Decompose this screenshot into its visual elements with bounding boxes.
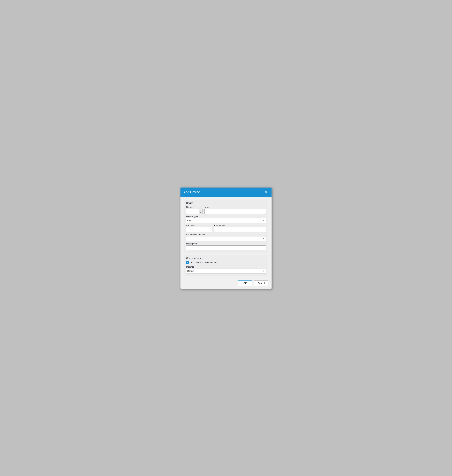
address-field-group: Address [186,224,212,232]
cancel-button[interactable]: Cancel [254,280,268,286]
communicator-group: Communicator ✓ Add device to Communicato… [184,255,268,276]
instance-field-group: Instance Default ∨ [186,266,266,274]
spin-down-icon: ▼ [200,212,201,213]
comm-line-label: Communication line [186,233,266,236]
device-type-label: Device Type [186,215,266,218]
address-label: Address [186,224,212,227]
device-type-field-group: Device Type OPC Modbus DNP3 IEC 61850 ∨ [186,215,266,223]
description-label: Description [186,242,266,245]
spin-down-button[interactable]: ▼ [199,211,202,214]
name-field-group: Name [205,206,266,214]
dialog-title: Add Device [183,190,200,194]
description-input[interactable] [186,245,266,250]
title-bar: Add Device ✕ [180,188,272,197]
device-group: Device Number 2 ▲ ▼ [184,200,268,253]
instance-select[interactable]: Default [186,268,266,274]
number-label: Number [186,206,202,209]
description-field-group: Description [186,242,266,250]
address-input[interactable] [186,227,212,232]
device-group-label: Device [186,202,266,204]
number-input-wrap: 2 ▲ ▼ [186,209,202,214]
spin-up-icon: ▲ [200,209,201,211]
communicator-group-label: Communicator [186,257,266,260]
checkmark-icon: ✓ [187,261,188,263]
spin-buttons: ▲ ▼ [199,209,202,214]
number-name-row: Number 2 ▲ ▼ Name [186,206,266,214]
call-number-field-group: Call number [214,224,266,232]
name-label: Name [205,206,266,209]
address-callnumber-row: Address Call number [186,224,266,232]
spin-up-button[interactable]: ▲ [199,209,202,211]
device-type-select[interactable]: OPC Modbus DNP3 IEC 61850 [186,218,266,223]
add-to-communicator-row: ✓ Add device to Communicator [186,261,266,264]
instance-select-wrap: Default ∨ [186,268,266,274]
device-type-select-wrap: OPC Modbus DNP3 IEC 61850 ∨ [186,218,266,223]
call-number-input[interactable] [214,227,266,232]
number-field-group: Number 2 ▲ ▼ [186,206,202,214]
dialog-body: Device Number 2 ▲ ▼ [180,197,272,279]
comm-line-select[interactable] [186,236,266,241]
number-input[interactable]: 2 [186,209,199,214]
add-to-communicator-checkbox[interactable]: ✓ [186,261,189,264]
close-button[interactable]: ✕ [263,190,269,195]
add-to-communicator-label: Add device to Communicator [190,261,218,264]
comm-line-field-group: Communication line ∨ [186,233,266,241]
call-number-label: Call number [214,224,266,227]
ok-button[interactable]: OK [238,280,252,286]
dialog-footer: OK Cancel [180,279,272,289]
name-input[interactable] [205,209,266,214]
comm-line-select-wrap: ∨ [186,236,266,241]
add-device-dialog: Add Device ✕ Device Number 2 ▲ [180,187,272,289]
instance-label: Instance [186,266,266,268]
